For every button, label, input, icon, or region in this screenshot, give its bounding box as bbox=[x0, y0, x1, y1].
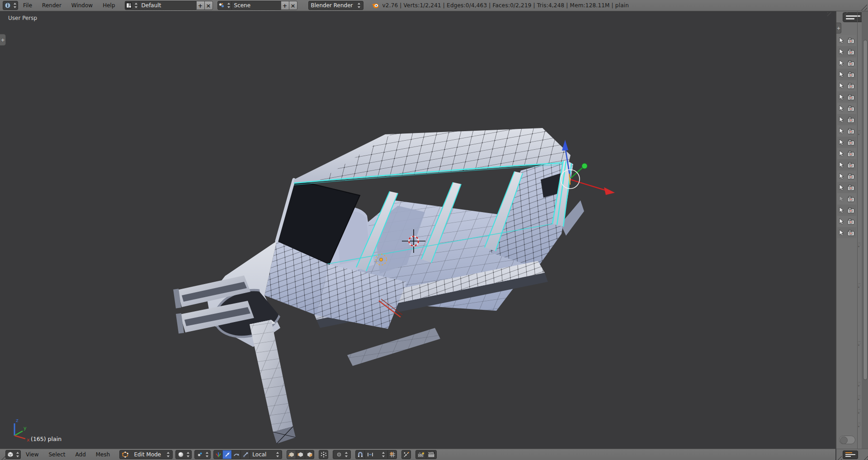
area-corner-widget[interactable] bbox=[836, 455, 842, 460]
renderable-camera-icon[interactable] bbox=[847, 38, 855, 44]
outliner-open-tab[interactable]: + bbox=[836, 23, 841, 33]
scene-name-field[interactable]: Scene bbox=[231, 1, 281, 10]
scale-manipulator-button[interactable] bbox=[241, 450, 250, 459]
panel-grip[interactable] bbox=[858, 422, 861, 427]
outliner-row[interactable] bbox=[837, 57, 856, 69]
proportional-edit-dropdown[interactable] bbox=[333, 450, 351, 459]
selectable-arrow-icon[interactable] bbox=[839, 161, 844, 168]
orientation-dropdown[interactable]: Local bbox=[250, 450, 282, 459]
translate-manipulator-button[interactable] bbox=[222, 450, 232, 459]
pin-toggle[interactable] bbox=[839, 436, 855, 444]
outliner-row[interactable] bbox=[837, 159, 856, 171]
selectable-arrow-icon[interactable] bbox=[839, 71, 844, 78]
snap-toggle-button[interactable] bbox=[355, 450, 365, 459]
panel-grip[interactable] bbox=[858, 242, 861, 247]
renderable-camera-icon[interactable] bbox=[847, 207, 855, 213]
renderable-camera-icon[interactable] bbox=[847, 105, 855, 112]
outliner-row[interactable] bbox=[837, 114, 856, 125]
pivot-point-dropdown[interactable] bbox=[194, 450, 211, 459]
selectable-arrow-icon[interactable] bbox=[839, 229, 844, 236]
viewport-3d[interactable]: User Persp (165) plain z y x + bbox=[0, 11, 835, 449]
scrollbar-track[interactable] bbox=[862, 11, 868, 449]
selectable-arrow-icon[interactable] bbox=[839, 128, 844, 134]
scrollbar-thumb[interactable] bbox=[863, 40, 868, 380]
vertex-select-button[interactable] bbox=[287, 450, 296, 459]
rotate-manipulator-button[interactable] bbox=[231, 450, 241, 459]
toolshelf-open-tab[interactable]: + bbox=[0, 34, 6, 46]
screen-layout-button[interactable] bbox=[125, 1, 139, 10]
panel-grip[interactable] bbox=[858, 130, 861, 135]
manipulate-origins-button[interactable] bbox=[401, 450, 411, 459]
selectable-arrow-icon[interactable] bbox=[839, 82, 844, 89]
renderable-camera-icon[interactable] bbox=[847, 218, 855, 225]
renderable-camera-icon[interactable] bbox=[847, 71, 855, 78]
outliner-row[interactable] bbox=[837, 69, 856, 80]
selectable-arrow-icon[interactable] bbox=[839, 139, 844, 146]
outliner-editor-icon[interactable] bbox=[843, 451, 858, 459]
outliner-row[interactable] bbox=[837, 125, 856, 137]
selectable-arrow-icon[interactable] bbox=[839, 60, 844, 66]
selectable-arrow-icon[interactable] bbox=[839, 218, 844, 225]
renderable-camera-icon[interactable] bbox=[847, 117, 855, 123]
area-corner-widget[interactable] bbox=[0, 455, 5, 460]
selectable-arrow-icon[interactable] bbox=[839, 184, 844, 191]
menu-add[interactable]: Add bbox=[71, 449, 91, 460]
snap-element-dropdown[interactable] bbox=[364, 450, 388, 459]
menu-select[interactable]: Select bbox=[43, 449, 70, 460]
selectable-arrow-icon[interactable] bbox=[839, 150, 844, 157]
editor-type-button[interactable] bbox=[3, 1, 18, 10]
menu-render[interactable]: Render bbox=[37, 0, 66, 11]
outliner-row[interactable] bbox=[837, 80, 856, 91]
selectable-arrow-icon[interactable] bbox=[839, 37, 844, 44]
area-corner-widget[interactable] bbox=[863, 455, 868, 460]
render-animation-button[interactable] bbox=[426, 450, 437, 459]
panel-grip[interactable] bbox=[858, 341, 861, 346]
outliner-row[interactable] bbox=[837, 227, 856, 238]
outliner-row[interactable] bbox=[837, 137, 856, 148]
selectable-arrow-icon[interactable] bbox=[839, 94, 844, 100]
renderable-camera-icon[interactable] bbox=[847, 185, 855, 191]
outliner-row[interactable] bbox=[837, 46, 856, 57]
renderable-camera-icon[interactable] bbox=[847, 162, 855, 168]
selectable-arrow-icon[interactable] bbox=[839, 173, 844, 180]
renderable-camera-icon[interactable] bbox=[847, 230, 855, 236]
menu-window[interactable]: Window bbox=[66, 0, 98, 11]
add-scene-button[interactable]: + bbox=[281, 1, 289, 10]
menu-mesh[interactable]: Mesh bbox=[91, 449, 115, 460]
menu-help[interactable]: Help bbox=[98, 0, 120, 11]
panel-grip[interactable] bbox=[858, 381, 861, 387]
render-engine-dropdown[interactable]: Blender Render bbox=[308, 1, 363, 10]
selectable-arrow-icon[interactable] bbox=[839, 48, 844, 55]
outliner-row[interactable] bbox=[837, 171, 856, 182]
outliner-row[interactable] bbox=[837, 148, 856, 159]
renderable-camera-icon[interactable] bbox=[847, 83, 855, 89]
menu-file[interactable]: File bbox=[18, 0, 37, 11]
renderable-camera-icon[interactable] bbox=[847, 49, 855, 55]
renderable-camera-icon[interactable] bbox=[847, 94, 855, 100]
manipulator-toggle-button[interactable] bbox=[213, 450, 223, 459]
edge-select-button[interactable] bbox=[296, 450, 305, 459]
limit-visible-button[interactable] bbox=[319, 450, 328, 459]
panel-grip[interactable] bbox=[858, 283, 861, 288]
renderable-camera-icon[interactable] bbox=[847, 196, 855, 202]
shading-dropdown[interactable] bbox=[175, 450, 192, 459]
selectable-arrow-icon[interactable] bbox=[839, 116, 844, 123]
panel-grip[interactable] bbox=[858, 395, 861, 400]
snap-target-button[interactable] bbox=[387, 450, 397, 459]
add-layout-button[interactable]: + bbox=[196, 1, 205, 10]
close-layout-button[interactable]: × bbox=[204, 1, 213, 10]
outliner-row[interactable] bbox=[837, 216, 856, 227]
outliner-row[interactable] bbox=[837, 204, 856, 216]
outliner-row[interactable] bbox=[837, 91, 856, 103]
header-resize-corner[interactable] bbox=[861, 4, 867, 10]
render-still-button[interactable] bbox=[415, 450, 426, 459]
outliner-row[interactable] bbox=[837, 193, 856, 204]
layout-name-field[interactable]: Default bbox=[139, 1, 197, 10]
renderable-camera-icon[interactable] bbox=[847, 151, 855, 157]
selectable-arrow-icon[interactable] bbox=[839, 105, 844, 112]
panel-grip[interactable] bbox=[858, 408, 861, 414]
renderable-camera-icon[interactable] bbox=[847, 60, 855, 66]
editor-type-button[interactable] bbox=[5, 450, 21, 459]
outliner-row[interactable] bbox=[837, 35, 856, 46]
face-select-button[interactable] bbox=[305, 450, 314, 459]
